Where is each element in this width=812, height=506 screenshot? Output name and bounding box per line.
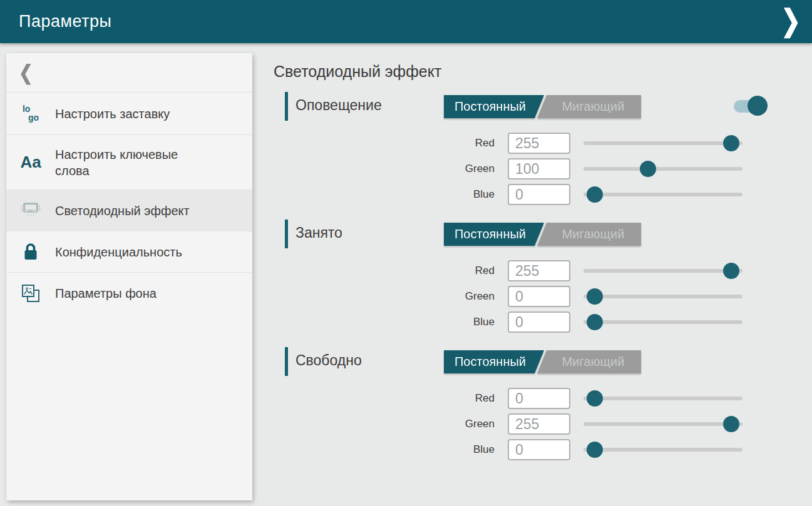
- lock-icon: [22, 242, 39, 262]
- slider-rail: [583, 422, 743, 426]
- green-slider[interactable]: [583, 413, 743, 435]
- green-value-input[interactable]: [508, 158, 570, 180]
- switch-knob: [748, 96, 768, 116]
- slider-thumb[interactable]: [587, 288, 603, 305]
- notification-enabled-switch[interactable]: [734, 96, 768, 116]
- section-notification: Оповещение Постоянный Мигающий Red Green: [274, 92, 812, 205]
- slider-thumb[interactable]: [640, 161, 656, 177]
- green-label: Green: [274, 418, 495, 430]
- slider-rail: [583, 193, 743, 196]
- slider-rail: [583, 269, 743, 273]
- slider-thumb[interactable]: [587, 390, 603, 407]
- section-title: Светодиодный эффект: [274, 63, 812, 81]
- mode-blinking-button[interactable]: Мигающий: [537, 350, 641, 373]
- mode-toggle-free: Постоянный Мигающий: [444, 350, 641, 373]
- blue-label: Blue: [274, 316, 495, 328]
- rgb-row-blue: Blue: [274, 311, 812, 333]
- sidebar-item-screensaver[interactable]: logo Настроить заставку: [6, 92, 252, 134]
- red-value-input[interactable]: [508, 388, 570, 409]
- sidebar-collapse-button[interactable]: ❮: [6, 53, 252, 92]
- red-slider[interactable]: [583, 133, 743, 154]
- slider-thumb[interactable]: [723, 416, 739, 432]
- slider-rail: [583, 320, 743, 324]
- slider-rail: [583, 397, 743, 400]
- section-label: Занято: [296, 225, 342, 241]
- mode-constant-button[interactable]: Постоянный: [444, 350, 544, 373]
- slider-thumb[interactable]: [587, 186, 603, 203]
- green-value-input[interactable]: [508, 413, 570, 435]
- rgb-row-green: Green: [274, 286, 812, 307]
- section-label: Оповещение: [296, 97, 382, 114]
- blue-value-input[interactable]: [508, 184, 570, 205]
- back-chevron-icon: ❮: [19, 61, 33, 84]
- blue-slider[interactable]: [583, 184, 743, 205]
- accent-bar: [285, 220, 288, 248]
- accent-bar: [285, 92, 288, 121]
- red-slider[interactable]: [583, 388, 743, 409]
- slider-rail: [583, 141, 743, 145]
- rgb-row-green: Green: [274, 413, 812, 435]
- sidebar-item-privacy[interactable]: Конфиденциальность: [6, 231, 252, 272]
- green-slider[interactable]: [583, 158, 743, 180]
- slider-thumb[interactable]: [723, 263, 739, 279]
- section-label: Свободно: [296, 352, 362, 369]
- sidebar-item-label: Настроить заставку: [55, 106, 170, 122]
- mode-blinking-button[interactable]: Мигающий: [537, 223, 641, 246]
- accent-bar: [285, 347, 288, 376]
- led-effect-panel: Светодиодный эффект Оповещение Постоянны…: [274, 43, 812, 506]
- slider-rail: [583, 448, 743, 452]
- slider-rail: [583, 295, 743, 298]
- forward-chevron-icon[interactable]: ❯: [781, 1, 801, 41]
- red-slider[interactable]: [583, 260, 743, 281]
- sidebar-item-label: Настроить ключевые слова: [55, 146, 213, 179]
- rgb-row-blue: Blue: [274, 439, 812, 460]
- green-slider[interactable]: [583, 286, 743, 307]
- slider-thumb[interactable]: [723, 135, 739, 151]
- section-busy: Занято Постоянный Мигающий Red Green Blu…: [274, 220, 812, 333]
- background-image-icon: [19, 282, 42, 305]
- blue-value-input[interactable]: [508, 439, 570, 460]
- red-value-input[interactable]: [508, 260, 570, 281]
- blue-label: Blue: [274, 443, 495, 456]
- slider-thumb[interactable]: [587, 314, 603, 330]
- mode-constant-button[interactable]: Постоянный: [444, 223, 544, 246]
- blue-label: Blue: [274, 188, 495, 201]
- logo-icon: logo: [23, 105, 39, 122]
- blue-slider[interactable]: [583, 439, 743, 460]
- slider-thumb[interactable]: [587, 442, 603, 458]
- sidebar-item-led-effect[interactable]: Светодиодный эффект: [6, 190, 252, 231]
- section-free: Свободно Постоянный Мигающий Red Green B…: [274, 347, 812, 460]
- red-label: Red: [274, 392, 495, 405]
- rgb-row-red: Red: [274, 133, 812, 154]
- red-label: Red: [274, 265, 495, 277]
- rgb-row-blue: Blue: [274, 184, 812, 205]
- blue-value-input[interactable]: [508, 311, 570, 333]
- slider-rail: [583, 167, 743, 171]
- green-label: Green: [274, 163, 495, 175]
- green-label: Green: [274, 290, 495, 303]
- settings-sidebar: ❮ logo Настроить заставку Aa Настроить к…: [6, 53, 252, 500]
- sidebar-item-label: Конфиденциальность: [55, 244, 182, 260]
- sidebar-item-background[interactable]: Параметры фона: [6, 272, 252, 314]
- keywords-aa-icon: Aa: [20, 153, 41, 172]
- rgb-row-red: Red: [274, 260, 812, 281]
- mode-toggle-notification: Постоянный Мигающий: [444, 95, 641, 118]
- red-label: Red: [274, 137, 495, 149]
- sidebar-item-label: Параметры фона: [55, 285, 157, 301]
- mode-blinking-button[interactable]: Мигающий: [537, 95, 641, 118]
- red-value-input[interactable]: [508, 133, 570, 154]
- mode-toggle-busy: Постоянный Мигающий: [444, 223, 641, 246]
- rgb-row-green: Green: [274, 158, 812, 180]
- rgb-row-red: Red: [274, 388, 812, 409]
- mode-constant-button[interactable]: Постоянный: [444, 95, 544, 118]
- app-header: Параметры ❯: [0, 0, 812, 43]
- sidebar-item-label: Светодиодный эффект: [55, 203, 190, 219]
- blue-slider[interactable]: [583, 311, 743, 333]
- page-title: Параметры: [19, 12, 111, 31]
- sidebar-item-keywords[interactable]: Aa Настроить ключевые слова: [6, 134, 252, 190]
- led-monitor-icon: [18, 200, 43, 221]
- green-value-input[interactable]: [508, 286, 570, 307]
